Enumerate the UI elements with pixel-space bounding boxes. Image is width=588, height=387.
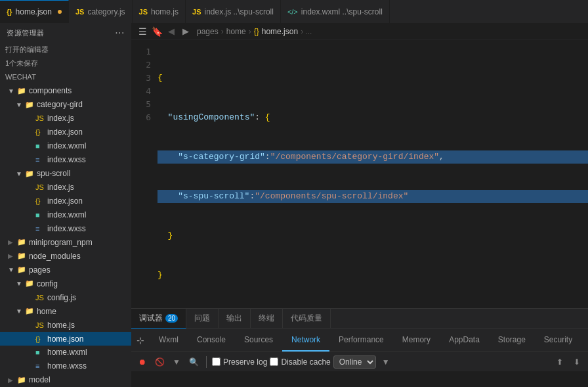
disable-cache-input[interactable] — [270, 357, 278, 366]
tab-home-js[interactable]: JS home.js — [133, 0, 186, 23]
tree-spu-scroll[interactable]: ▼ 📁 spu-scroll — [0, 167, 131, 181]
code-editor[interactable]: 1 2 3 4 5 6 { "usingComponents": { "s-ca… — [131, 40, 588, 308]
tree-cat-index-json[interactable]: {} index.json — [0, 125, 131, 139]
tree-spu-index-json[interactable]: {} index.json — [0, 194, 131, 208]
wxml-file-icon: ■ — [35, 142, 47, 150]
wxml-file-icon: ■ — [35, 348, 47, 356]
tab-debugger[interactable]: 调试器 20 — [131, 309, 186, 329]
tree-cat-index-wxss[interactable]: ≡ index.wxss — [0, 153, 131, 167]
preserve-log-input[interactable] — [212, 357, 220, 366]
search-icon[interactable]: 🔍 — [186, 355, 201, 369]
devtools-tab-sensor[interactable]: Sen... — [581, 329, 588, 352]
devtools-tab-sources[interactable]: Sources — [235, 329, 282, 352]
clear-icon[interactable]: 🚫 — [152, 355, 167, 369]
tree-model[interactable]: ▶ 📁 model — [0, 373, 131, 387]
js-file-icon: JS — [35, 183, 47, 191]
folder-icon: 📁 — [25, 170, 37, 178]
devtools-tab-network[interactable]: Network — [282, 329, 329, 352]
devtools-tab-console[interactable]: Console — [188, 329, 235, 352]
disable-cache-checkbox[interactable]: Disable cache — [270, 357, 330, 367]
breadcrumb-filename[interactable]: home.json — [262, 27, 298, 36]
devtools-tab-storage[interactable]: Storage — [489, 329, 535, 352]
tab-code-quality-label: 代码质量 — [291, 313, 322, 324]
tok-brace: } — [158, 269, 163, 282]
bookmark-icon[interactable]: 🔖 — [151, 26, 163, 37]
tab-category-js[interactable]: JS category.js — [69, 0, 133, 23]
tree-item-label: config.js — [47, 293, 76, 302]
breadcrumb-pages[interactable]: pages — [197, 27, 219, 36]
tree-pages[interactable]: ▼ 📁 pages — [0, 263, 131, 277]
tree-cat-index-wxml[interactable]: ■ index.wxml — [0, 139, 131, 153]
sidebar-item-unsaved: 1个未保存 — [0, 57, 131, 70]
tree-spu-index-js[interactable]: JS index.js — [0, 181, 131, 194]
code-content[interactable]: { "usingComponents": { "s-category-grid"… — [158, 40, 588, 308]
devtools-tab-performance[interactable]: Performance — [329, 329, 393, 352]
devtools-tab-wxml[interactable]: Wxml — [150, 329, 188, 352]
tree-item-label: home.wxss — [47, 361, 87, 371]
tab-index-wxml[interactable]: </> index.wxml ..\spu-scroll — [281, 0, 390, 23]
tree-home-json[interactable]: {} home.json — [0, 332, 131, 346]
dropdown-arrow-icon[interactable]: ▼ — [379, 355, 393, 369]
tok-colon: : — [249, 190, 255, 203]
tree-components[interactable]: ▼ 📁 components — [0, 84, 131, 98]
breadcrumb-json-icon: {} — [254, 27, 259, 36]
tree-item-label: index.json — [47, 196, 83, 206]
arrow-icon: ▼ — [16, 101, 25, 108]
tree-item-label: index.wxml — [47, 210, 86, 219]
download-icon[interactable]: ⬇ — [570, 355, 584, 369]
tree-category-gird[interactable]: ▼ 📁 category-gird — [0, 98, 131, 112]
back-icon[interactable]: ◀ — [165, 26, 177, 37]
folder-icon: 📁 — [17, 376, 29, 384]
tab-issues[interactable]: 问题 — [186, 309, 219, 329]
editor-area: ☰ 🔖 ◀ ▶ pages › home › {} home.json › ..… — [131, 23, 588, 387]
online-select[interactable]: Online Offline — [333, 355, 376, 369]
tab-terminal[interactable]: 终端 — [251, 309, 283, 329]
tree-item-label: model — [29, 375, 51, 384]
tab-code-quality[interactable]: 代码质量 — [283, 309, 331, 329]
line-num-6: 6 — [131, 111, 151, 124]
tree-config[interactable]: ▼ 📁 config — [0, 277, 131, 290]
tree-home-wxml[interactable]: ■ home.wxml — [0, 346, 131, 359]
cursor-tool-icon[interactable]: ⊹ — [131, 331, 150, 350]
tok-indent — [158, 111, 168, 124]
tree-cat-index-js[interactable]: JS index.js — [0, 112, 131, 125]
tab-output[interactable]: 输出 — [219, 309, 251, 329]
devtools-tab-security[interactable]: Security — [535, 329, 581, 352]
tree-miniprogram-npm[interactable]: ▶ 📁 miniprogram_npm — [0, 235, 131, 249]
tree-item-label: index.js — [47, 114, 74, 123]
tree-item-label: index.wxml — [47, 141, 86, 150]
tab-index-js[interactable]: JS index.js ..\spu-scroll — [186, 0, 281, 23]
tree-spu-index-wxss[interactable]: ≡ index.wxss — [0, 221, 131, 235]
tree-home-wxss[interactable]: ≡ home.wxss — [0, 359, 131, 373]
arrow-icon: ▼ — [8, 87, 17, 95]
line-numbers: 1 2 3 4 5 6 — [131, 40, 158, 308]
upload-icon[interactable]: ⬆ — [553, 355, 567, 369]
tree-spu-index-wxml[interactable]: ■ index.wxml — [0, 208, 131, 221]
hamburger-icon[interactable]: ☰ — [136, 26, 148, 37]
code-line-6: } — [158, 269, 588, 282]
forward-icon[interactable]: ▶ — [180, 26, 192, 37]
sidebar-header: 资源管理器 ··· — [0, 23, 131, 43]
devtools-tab-appdata[interactable]: AppData — [440, 329, 489, 352]
breadcrumb-home[interactable]: home — [226, 27, 246, 36]
devtools-tab-memory[interactable]: Memory — [393, 329, 440, 352]
js-file-icon: JS — [35, 114, 47, 122]
tab-home-json[interactable]: {} home.json — [0, 0, 69, 23]
tree-config-js[interactable]: JS config.js — [0, 290, 131, 304]
tree-home-js[interactable]: JS home.js — [0, 318, 131, 332]
tree-item-label: components — [29, 86, 72, 95]
line-num-4: 4 — [131, 85, 151, 98]
sidebar-menu-icon[interactable]: ··· — [115, 27, 125, 39]
preserve-log-checkbox[interactable]: Preserve log — [212, 357, 267, 367]
tree-node-modules[interactable]: ▶ 📁 node_modules — [0, 249, 131, 263]
tok-colon: : — [255, 111, 265, 124]
wxml-file-icon: ■ — [35, 211, 47, 219]
tree-home[interactable]: ▼ 📁 home — [0, 304, 131, 318]
modified-dot — [58, 10, 62, 14]
filter-icon[interactable]: ▼ — [169, 355, 184, 369]
record-stop-icon[interactable]: ⏺ — [135, 355, 150, 369]
js-icon: JS — [139, 8, 148, 16]
tok-string: "/components/spu-scroll/index" — [255, 190, 408, 203]
tree-item-label: home.js — [47, 321, 75, 330]
tree-item-label: spu-scroll — [37, 169, 70, 178]
